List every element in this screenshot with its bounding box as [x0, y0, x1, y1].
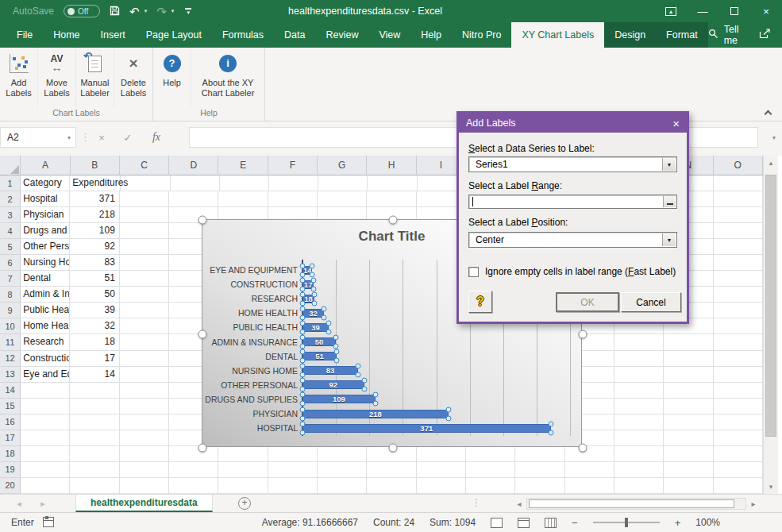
- cell-o5[interactable]: [714, 239, 763, 255]
- column-header-d[interactable]: D: [169, 156, 218, 175]
- cell-h2[interactable]: [367, 191, 416, 207]
- cell-o4[interactable]: [714, 223, 763, 239]
- data-series-combo[interactable]: Series1▼: [468, 156, 677, 172]
- cell-n16[interactable]: [664, 414, 713, 430]
- cell-a20[interactable]: [21, 478, 70, 494]
- data-point-handle-icon[interactable]: [300, 372, 306, 378]
- cell-c10[interactable]: [120, 318, 169, 334]
- tab-format[interactable]: Format: [656, 22, 708, 48]
- zoom-in-icon[interactable]: +: [675, 517, 681, 529]
- cell-a5[interactable]: Other Personal: [21, 239, 70, 255]
- select-all-corner[interactable]: [0, 156, 21, 175]
- cell-a4[interactable]: Drugs and Supplies: [21, 223, 70, 239]
- cell-g2[interactable]: [318, 191, 367, 207]
- row-header-17[interactable]: 17: [0, 430, 21, 446]
- tab-help[interactable]: Help: [410, 22, 452, 48]
- collapse-ribbon-icon[interactable]: [765, 109, 772, 116]
- dialog-close-icon[interactable]: ×: [672, 117, 680, 130]
- cell-a11[interactable]: Research: [21, 334, 70, 350]
- chart-selection-handle-icon[interactable]: [198, 216, 207, 225]
- scroll-right-icon[interactable]: ▸: [746, 496, 761, 511]
- fast-label-checkbox-row[interactable]: Ignore empty cells in label range (Fast …: [468, 266, 676, 277]
- formula-bar-expand-icon[interactable]: ▾: [772, 134, 776, 141]
- tab-home[interactable]: Home: [43, 22, 90, 48]
- column-header-o[interactable]: O: [714, 156, 763, 175]
- cell-a12[interactable]: Construction: [21, 351, 70, 367]
- column-header-f[interactable]: F: [268, 156, 318, 175]
- cell-l19[interactable]: [565, 462, 614, 478]
- data-point-handle-icon[interactable]: [333, 344, 339, 349]
- data-point-handle-icon[interactable]: [548, 421, 553, 426]
- tab-formulas[interactable]: Formulas: [212, 22, 274, 48]
- cell-o10[interactable]: [714, 318, 763, 334]
- dropdown-arrow-icon[interactable]: ▼: [662, 233, 676, 246]
- cell-e19[interactable]: [218, 462, 268, 478]
- cell-c3[interactable]: [120, 207, 169, 223]
- cell-o20[interactable]: [714, 478, 763, 494]
- cell-m17[interactable]: [614, 430, 664, 446]
- cell-j19[interactable]: [466, 462, 515, 478]
- data-point-handle-icon[interactable]: [309, 272, 314, 277]
- data-point-handle-icon[interactable]: [321, 314, 326, 320]
- cell-o15[interactable]: [714, 399, 763, 414]
- horizontal-scroll-thumb[interactable]: [529, 499, 734, 508]
- data-point-handle-icon[interactable]: [445, 415, 451, 421]
- cell-c16[interactable]: [120, 414, 169, 430]
- cell-n12[interactable]: [664, 351, 713, 367]
- manual-labeler-button[interactable]: ↶ManualLabeler: [76, 48, 114, 107]
- cell-c12[interactable]: [120, 351, 169, 367]
- horizontal-scrollbar[interactable]: ◂ ▸: [512, 496, 761, 511]
- cell-b19[interactable]: [70, 462, 119, 478]
- cell-a18[interactable]: [21, 446, 70, 462]
- cell-b14[interactable]: [70, 383, 119, 399]
- data-point-handle-icon[interactable]: [300, 387, 306, 392]
- column-header-e[interactable]: E: [218, 156, 268, 175]
- data-point-handle-icon[interactable]: [300, 349, 306, 355]
- cell-m20[interactable]: [614, 478, 664, 494]
- cell-a9[interactable]: Public Health: [21, 303, 70, 318]
- ok-button[interactable]: OK: [556, 292, 619, 312]
- data-point-handle-icon[interactable]: [548, 430, 553, 435]
- data-point-handle-icon[interactable]: [309, 263, 314, 268]
- row-header-5[interactable]: 5: [0, 239, 21, 255]
- cell-c11[interactable]: [120, 334, 169, 350]
- chart-bar[interactable]: 50: [302, 337, 336, 346]
- cell-o2[interactable]: [714, 191, 763, 207]
- cell-c4[interactable]: [120, 223, 169, 239]
- cell-o11[interactable]: [714, 334, 763, 350]
- cell-j20[interactable]: [466, 478, 515, 494]
- row-header-2[interactable]: 2: [0, 191, 21, 207]
- cell-a14[interactable]: [21, 383, 70, 399]
- cell-o6[interactable]: [714, 255, 763, 271]
- data-point-handle-icon[interactable]: [333, 349, 339, 355]
- cell-m13[interactable]: [614, 367, 664, 383]
- chart-bar[interactable]: 51: [302, 352, 337, 360]
- cell-d2[interactable]: [169, 191, 218, 207]
- autosave-toggle[interactable]: Off: [64, 5, 100, 17]
- dropdown-arrow-icon[interactable]: ▼: [662, 158, 676, 171]
- chart-selection-handle-icon[interactable]: [388, 444, 397, 453]
- cell-c13[interactable]: [120, 367, 169, 383]
- cell-n11[interactable]: [664, 334, 713, 350]
- tab-data[interactable]: Data: [274, 22, 315, 48]
- cell-i18[interactable]: [417, 446, 466, 462]
- add-labels-button[interactable]: AddLabels: [0, 48, 38, 107]
- cell-a17[interactable]: [21, 430, 70, 446]
- data-point-handle-icon[interactable]: [300, 358, 306, 364]
- vertical-scroll-thumb[interactable]: [765, 175, 776, 437]
- scroll-down-icon[interactable]: ▾: [764, 480, 778, 494]
- chart-bar[interactable]: 83: [302, 366, 358, 375]
- sheet-nav-right-icon[interactable]: ▸: [35, 495, 51, 512]
- cell-h20[interactable]: [367, 478, 416, 494]
- cell-l20[interactable]: [565, 478, 614, 494]
- data-point-handle-icon[interactable]: [321, 306, 326, 311]
- cell-f2[interactable]: [268, 191, 318, 207]
- cell-m16[interactable]: [614, 414, 664, 430]
- cell-b2[interactable]: 371: [70, 191, 119, 207]
- row-header-11[interactable]: 11: [0, 334, 21, 350]
- cell-a8[interactable]: Admin & Insurance: [21, 287, 70, 303]
- cell-f18[interactable]: [268, 446, 318, 462]
- cell-c6[interactable]: [120, 255, 169, 271]
- row-header-16[interactable]: 16: [0, 414, 21, 430]
- cell-h19[interactable]: [367, 462, 416, 478]
